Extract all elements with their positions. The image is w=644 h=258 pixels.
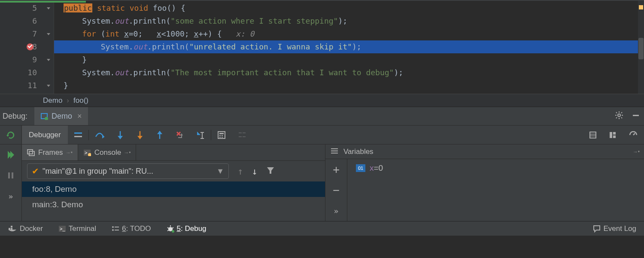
- resume-button[interactable]: [0, 144, 21, 165]
- remove-watch-button[interactable]: −: [325, 180, 347, 200]
- line-number[interactable]: 9: [0, 53, 43, 66]
- current-execution-line[interactable]: System.out.println("unrelated action. I …: [54, 40, 638, 53]
- variable-row[interactable]: 01 x = 0: [347, 163, 644, 173]
- svg-rect-34: [222, 137, 223, 138]
- force-step-into-button[interactable]: [136, 131, 144, 139]
- pin-icon[interactable]: →•: [633, 149, 640, 155]
- debugger-tab[interactable]: Debugger: [22, 126, 68, 144]
- console-icon: >: [83, 149, 91, 156]
- filter-icon[interactable]: [266, 166, 275, 176]
- svg-marker-54: [267, 167, 274, 174]
- line-number[interactable]: 10: [0, 66, 43, 79]
- step-into-button[interactable]: [116, 131, 124, 139]
- line-number[interactable]: 11: [0, 79, 43, 92]
- chevron-down-icon: ▼: [216, 167, 224, 176]
- fold-toggle-icon[interactable]: [43, 2, 54, 15]
- frames-icon: [27, 149, 35, 156]
- scrollbar-thumb[interactable]: [638, 38, 644, 59]
- svg-rect-31: [219, 135, 221, 136]
- todo-tool-window-button[interactable]: 6: TODO: [112, 224, 151, 233]
- docker-tool-window-button[interactable]: Docker: [8, 224, 43, 233]
- close-icon[interactable]: ×: [77, 112, 82, 121]
- thread-selector[interactable]: ✔ "main"@1 in group "main": RU... ▼: [27, 163, 229, 179]
- line-number[interactable]: 6: [0, 15, 43, 28]
- svg-line-8: [621, 117, 622, 118]
- breadcrumb-item[interactable]: foo(): [73, 96, 88, 105]
- line-number[interactable]: 5: [0, 2, 43, 15]
- speech-bubble-icon: [593, 225, 601, 233]
- console-tab[interactable]: > Console →•: [78, 144, 137, 160]
- more-watch-actions-button[interactable]: »: [325, 200, 347, 221]
- svg-point-63: [112, 226, 114, 228]
- frame-list[interactable]: foo:8, Demo main:3. Demo: [22, 181, 325, 221]
- stack-frame[interactable]: foo:8, Demo: [22, 181, 325, 197]
- line-number[interactable]: 7: [0, 28, 43, 40]
- fold-gutter[interactable]: [43, 1, 54, 94]
- breadcrumb[interactable]: Demo › foo(): [0, 94, 644, 107]
- variables-pane: Variables →• + − » 01 x = 0: [325, 144, 644, 221]
- svg-rect-64: [115, 227, 119, 227]
- svg-rect-59: [11, 228, 12, 230]
- step-out-button[interactable]: [156, 131, 164, 139]
- variables-title: Variables: [343, 147, 374, 156]
- new-watch-button[interactable]: +: [325, 159, 347, 180]
- svg-rect-66: [115, 230, 119, 230]
- line-number[interactable]: 8: [0, 40, 43, 53]
- svg-marker-25: [197, 132, 200, 135]
- code-area[interactable]: public static void foo() { System.out.pr…: [54, 1, 638, 94]
- pin-icon[interactable]: →•: [66, 150, 73, 156]
- svg-point-65: [112, 229, 114, 231]
- memory-view-button[interactable]: [629, 131, 638, 139]
- show-execution-point-button[interactable]: [74, 132, 82, 138]
- svg-rect-33: [219, 137, 221, 138]
- debug-tool-window: Debug: Demo × Debugger: [0, 107, 644, 221]
- gear-icon[interactable]: [615, 111, 623, 122]
- warning-marker-icon[interactable]: [639, 5, 643, 9]
- more-actions-button[interactable]: »: [0, 186, 21, 206]
- frames-tab[interactable]: Frames →•: [22, 144, 78, 160]
- breadcrumb-item[interactable]: Demo: [43, 96, 62, 105]
- svg-point-73: [172, 230, 174, 233]
- svg-marker-12: [6, 135, 9, 137]
- bug-icon: [167, 225, 174, 233]
- event-log-button[interactable]: Event Log: [593, 224, 636, 233]
- fold-toggle-icon[interactable]: [43, 53, 54, 66]
- svg-marker-21: [157, 131, 162, 134]
- variables-list[interactable]: 01 x = 0: [347, 159, 644, 221]
- svg-point-2: [618, 114, 620, 117]
- svg-rect-47: [8, 172, 10, 178]
- svg-line-7: [616, 112, 617, 113]
- svg-rect-48: [12, 172, 13, 178]
- svg-marker-19: [137, 136, 143, 139]
- svg-text:>_: >_: [60, 226, 65, 231]
- drop-frame-button[interactable]: [176, 131, 184, 139]
- pin-icon[interactable]: →•: [124, 150, 131, 156]
- next-frame-button[interactable]: ↓: [252, 166, 257, 177]
- pause-button[interactable]: [0, 165, 21, 186]
- minimize-icon[interactable]: [632, 111, 640, 121]
- rerun-button[interactable]: [6, 130, 15, 140]
- debug-toolbar: Debugger: [0, 126, 644, 144]
- settings-button[interactable]: [609, 131, 617, 139]
- fold-toggle-icon[interactable]: [43, 28, 54, 40]
- previous-frame-button[interactable]: ↑: [237, 166, 243, 177]
- error-stripe[interactable]: [638, 1, 644, 94]
- variables-icon: [331, 147, 338, 156]
- line-number-gutter[interactable]: 5 6 7 8 9 10 11: [0, 1, 43, 94]
- debug-tool-window-button[interactable]: 5: Debug: [167, 224, 207, 233]
- svg-line-45: [633, 133, 635, 135]
- fold-toggle-icon[interactable]: [43, 79, 54, 92]
- stack-frame[interactable]: main:3. Demo: [22, 197, 325, 212]
- run-to-cursor-button[interactable]: [196, 131, 205, 139]
- svg-line-10: [616, 117, 617, 118]
- breakpoint-icon[interactable]: [27, 43, 33, 50]
- terminal-tool-window-button[interactable]: >_ Terminal: [58, 224, 96, 233]
- svg-rect-42: [610, 132, 612, 138]
- list-icon: [112, 226, 119, 232]
- code-editor[interactable]: 5 6 7 8 9 10 11 public static void foo()…: [0, 0, 644, 94]
- trace-current-stream-chain-button[interactable]: [238, 132, 246, 138]
- step-over-button[interactable]: [95, 131, 104, 139]
- layout-settings-button[interactable]: [589, 131, 597, 139]
- evaluate-expression-button[interactable]: [217, 131, 226, 139]
- run-config-tab[interactable]: Demo ×: [34, 107, 88, 125]
